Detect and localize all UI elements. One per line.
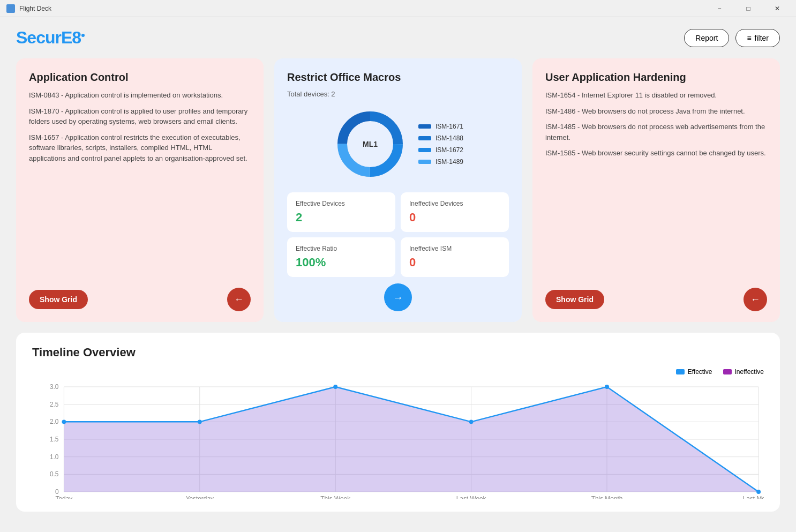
legend-color-2 [418, 148, 431, 152]
legend-effective-label: Effective [688, 368, 712, 376]
application-control-card: Application Control ISM-0843 - Applicati… [16, 58, 264, 322]
macros-title: Restrict Office Macros [287, 71, 509, 84]
svg-text:Yesterday: Yesterday [186, 495, 214, 499]
legend-item-1: ISM-1488 [418, 134, 463, 142]
macros-next-button[interactable]: → [384, 283, 412, 311]
legend-ineffective-color [723, 369, 732, 374]
data-point-4 [605, 385, 609, 389]
logo-dot [81, 34, 85, 37]
stat-ineffective-ism: Ineffective ISM 0 [401, 237, 509, 277]
svg-text:1.5: 1.5 [50, 436, 59, 443]
minimize-button[interactable]: − [707, 0, 732, 17]
legend-color-0 [418, 124, 431, 129]
legend-effective: Effective [676, 368, 712, 376]
svg-text:3.0: 3.0 [50, 383, 59, 391]
hardening-text-4: ISM-1585 - Web browser security settings… [545, 148, 767, 159]
svg-text:This Week: This Week [320, 495, 350, 499]
hardening-back-icon: ← [750, 294, 760, 305]
main-content: SecurE8 Report ≡ filter Application Cont… [0, 17, 796, 522]
app-control-show-grid-button[interactable]: Show Grid [29, 290, 88, 309]
report-label: Report [695, 34, 718, 42]
stats-grid: Effective Devices 2 Ineffective Devices … [287, 192, 509, 277]
hardening-text-1: ISM-1654 - Internet Explorer 11 is disab… [545, 90, 767, 101]
timeline-svg: 3.0 2.5 2.0 1.5 1.0 0.5 0 [32, 381, 764, 499]
legend-label-1: ISM-1488 [435, 134, 463, 142]
timeline-card: Timeline Overview Effective Ineffective [16, 333, 780, 512]
maximize-button[interactable]: □ [736, 0, 761, 17]
data-point-2 [333, 385, 337, 389]
logo: SecurE8 [16, 28, 85, 48]
stat-ineffective-ism-value: 0 [409, 256, 500, 269]
app-control-back-button[interactable]: ← [227, 288, 251, 311]
hardening-text-2: ISM-1486 - Web browsers do not process J… [545, 106, 767, 117]
restrict-macros-card: Restrict Office Macros Total devices: 2 … [274, 58, 522, 322]
legend-color-1 [418, 136, 431, 140]
svg-text:This Month: This Month [591, 495, 623, 499]
donut-section: ML1 ISM-1671 ISM-1488 ISM-1672 [287, 107, 509, 182]
stat-effective-ratio: Effective Ratio 100% [287, 237, 395, 277]
stat-ineffective-devices-label: Ineffective Devices [409, 200, 500, 207]
stat-effective-ratio-value: 100% [296, 256, 387, 269]
svg-text:2.5: 2.5 [50, 401, 59, 408]
svg-text:Today: Today [56, 495, 73, 499]
data-point-3 [469, 419, 474, 424]
legend-ineffective-label: Ineffective [735, 368, 764, 376]
back-arrow-icon: ← [234, 294, 244, 305]
window-controls: − □ ✕ [707, 0, 790, 17]
legend-item-2: ISM-1672 [418, 146, 463, 154]
app-control-title: Application Control [29, 71, 251, 84]
app-icon [6, 4, 15, 13]
user-app-hardening-card: User Application Hardening ISM-1654 - In… [532, 58, 780, 322]
cards-row: Application Control ISM-0843 - Applicati… [16, 58, 780, 322]
stat-ineffective-devices-value: 0 [409, 211, 500, 224]
filter-icon: ≡ [747, 34, 751, 42]
filter-label: filter [755, 34, 769, 42]
svg-text:Last Week: Last Week [456, 495, 486, 499]
donut-chart: ML1 [333, 107, 408, 182]
app-control-text-2: ISM-1870 - Application control is applie… [29, 106, 251, 127]
legend-item-0: ISM-1671 [418, 123, 463, 130]
chart-area: 3.0 2.5 2.0 1.5 1.0 0.5 0 [32, 381, 764, 499]
next-arrow-icon: → [393, 291, 403, 304]
app-control-text-1: ISM-0843 - Application control is implem… [29, 90, 251, 101]
svg-text:0.5: 0.5 [50, 470, 59, 478]
stat-effective-devices: Effective Devices 2 [287, 192, 395, 232]
app-control-footer: Show Grid ← [29, 288, 251, 311]
stat-ineffective-devices: Ineffective Devices 0 [401, 192, 509, 232]
hardening-footer: Show Grid ← [545, 288, 767, 311]
macros-subtitle: Total devices: 2 [287, 90, 509, 98]
stat-ineffective-ism-label: Ineffective ISM [409, 245, 500, 252]
hardening-text-3: ISM-1485 - Web browsers do not process w… [545, 122, 767, 143]
hardening-show-grid-button[interactable]: Show Grid [545, 290, 604, 309]
data-point-0 [62, 419, 66, 424]
legend-label-2: ISM-1672 [435, 146, 463, 154]
stat-effective-devices-label: Effective Devices [296, 200, 387, 207]
report-button[interactable]: Report [684, 29, 729, 47]
legend-color-3 [418, 160, 431, 164]
chart-area-fill [64, 387, 759, 492]
logo-blue: E8 [61, 28, 81, 47]
logo-dark: Secur [16, 28, 61, 47]
donut-legend: ISM-1671 ISM-1488 ISM-1672 ISM-1489 [418, 123, 463, 166]
legend-effective-color [676, 369, 685, 374]
app-title: Flight Deck [19, 5, 51, 12]
legend-label-0: ISM-1671 [435, 123, 463, 130]
svg-text:1.0: 1.0 [50, 453, 59, 461]
app-control-text-3: ISM-1657 - Application control restricts… [29, 132, 251, 164]
svg-text:Last Month: Last Month [743, 495, 764, 499]
legend-item-3: ISM-1489 [418, 158, 463, 166]
data-point-1 [198, 419, 202, 424]
close-button[interactable]: ✕ [765, 0, 790, 17]
hardening-title: User Application Hardening [545, 71, 767, 84]
hardening-back-button[interactable]: ← [744, 288, 767, 311]
legend-label-3: ISM-1489 [435, 158, 463, 166]
stat-effective-devices-value: 2 [296, 211, 387, 224]
donut-label: ML1 [363, 140, 378, 148]
stat-effective-ratio-label: Effective Ratio [296, 245, 387, 252]
data-point-5 [756, 490, 761, 494]
svg-text:2.0: 2.0 [50, 418, 59, 425]
titlebar: Flight Deck − □ ✕ [0, 0, 796, 17]
timeline-title: Timeline Overview [32, 346, 764, 359]
filter-button[interactable]: ≡ filter [735, 29, 780, 47]
legend-ineffective: Ineffective [723, 368, 764, 376]
